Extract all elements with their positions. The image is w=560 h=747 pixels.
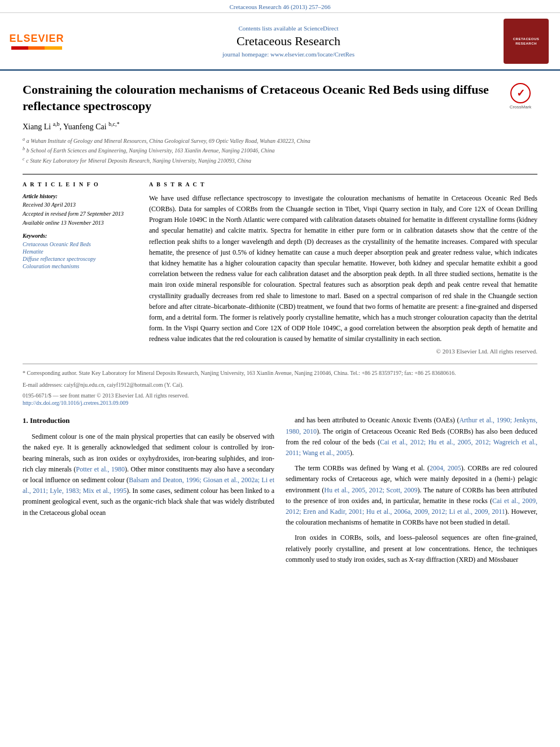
keyword-4: Colouration mechanisms <box>23 263 135 269</box>
ref-hu2005[interactable]: Hu et al., 2005, 2012; Scott, 2009 <box>324 486 417 494</box>
abstract-heading: A B S T R A C T <box>149 181 537 187</box>
doi-link[interactable]: http://dx.doi.org/10.1016/j.cretres.2013… <box>23 400 537 406</box>
journal-center-info: Contents lists available at ScienceDirec… <box>73 25 504 58</box>
affiliation-c: c c State Key Laboratory for Mineral Dep… <box>23 156 537 165</box>
affiliation-b: b b School of Earth Sciences and Enginee… <box>23 146 537 155</box>
journal-reference-bar: Cretaceous Research 46 (2013) 257–266 <box>0 0 560 13</box>
affiliations: a a Wuhan Institute of Geology and Miner… <box>23 136 537 165</box>
ref-potter[interactable]: Potter et al., 1980 <box>76 465 125 473</box>
ref-balsam[interactable]: Balsam and Deaton, 1996; Giosan et al., … <box>23 476 274 495</box>
author-names: Xiang Li a,b, Yuanfeng Cai b,c,* <box>23 123 120 131</box>
article-history: Article history: Received 30 April 2013 … <box>23 193 135 227</box>
issn-line: 0195-6671/$ — see front matter © 2013 El… <box>23 392 537 399</box>
crossmark-label: CrossMark <box>510 104 532 110</box>
article-info-abstract-section: A R T I C L E I N F O Article history: R… <box>23 174 537 355</box>
keyword-2: Hematite <box>23 248 135 255</box>
keywords-label: Keywords: <box>23 233 135 239</box>
authors: Xiang Li a,b, Yuanfeng Cai b,c,* <box>23 121 537 132</box>
introduction-title: Introduction <box>30 416 70 425</box>
footer-info: * Corresponding author. State Key Labora… <box>23 364 537 406</box>
article-history-label: Article history: <box>23 193 135 199</box>
ref-wang2004[interactable]: 2004, 2005 <box>430 464 461 472</box>
journal-reference: Cretaceous Research 46 (2013) 257–266 <box>229 3 330 10</box>
ref-cai2009[interactable]: Cai et al., 2009, 2012; Eren and Kadir, … <box>286 497 537 516</box>
accepted-date: Accepted in revised form 27 September 20… <box>23 210 135 218</box>
email-address: E-mail addresses: caiyf@nju.edu.cn, caiy… <box>23 381 537 389</box>
elsevier-logo: ELSEVIER <box>11 33 62 50</box>
copyright-line: © 2013 Elsevier Ltd. All rights reserved… <box>149 348 537 355</box>
journal-title: Cretaceous Research <box>73 34 504 49</box>
elsevier-wordmark: ELSEVIER <box>9 33 64 45</box>
affiliation-a: a a Wuhan Institute of Geology and Miner… <box>23 136 537 145</box>
corresponding-author: * Corresponding author. State Key Labora… <box>23 369 537 377</box>
intro-para-2: and has been attributed to Oceanic Anoxi… <box>286 415 537 458</box>
main-content: Constraining the colouration mechanisms … <box>0 71 560 581</box>
intro-para-4: Iron oxides in CORBs, soils, and loess–p… <box>286 532 537 565</box>
sciencedirect-line: Contents lists available at ScienceDirec… <box>73 25 504 32</box>
article-title: Constraining the colouration mechanisms … <box>23 82 537 114</box>
body-right-column: and has been attributed to Oceanic Anoxi… <box>286 415 537 569</box>
keyword-3: Diffuse reflectance spectroscopy <box>23 256 135 262</box>
keyword-1: Cretaceous Oceanic Red Beds <box>23 241 135 247</box>
crossmark-circle: ✓ <box>510 83 531 103</box>
journal-header: ELSEVIER Contents lists available at Sci… <box>0 13 560 71</box>
intro-para-3: The term CORBs was defined by Wang et al… <box>286 463 537 528</box>
sciencedirect-link[interactable]: ScienceDirect <box>304 25 339 32</box>
abstract-column: A B S T R A C T We have used diffuse ref… <box>149 181 537 355</box>
homepage-line: journal homepage: www.elsevier.com/locat… <box>73 51 504 58</box>
article-info-column: A R T I C L E I N F O Article history: R… <box>23 181 135 355</box>
ref-cai2012[interactable]: Cai et al., 2012; Hu et al., 2005, 2012;… <box>286 438 537 457</box>
body-content: 1. Introduction Sediment colour is one o… <box>23 415 537 569</box>
ref-arthur[interactable]: Arthur et al., 1990; Jenkyns, 1980, 2010 <box>286 416 537 435</box>
body-left-column: 1. Introduction Sediment colour is one o… <box>23 415 274 569</box>
intro-para-1: Sediment colour is one of the main physi… <box>23 431 274 518</box>
introduction-heading: 1. Introduction <box>23 415 274 427</box>
received-date: Received 30 April 2013 <box>23 201 135 209</box>
abstract-text: We have used diffuse reflectance spectro… <box>149 193 537 345</box>
elsevier-color-bar <box>11 46 62 50</box>
available-date: Available online 13 November 2013 <box>23 219 135 227</box>
cretaceous-journal-logo: CRETACEOUSRESEARCH <box>504 19 549 64</box>
crossmark-badge[interactable]: ✓ CrossMark <box>504 82 537 110</box>
keywords-section: Keywords: Cretaceous Oceanic Red Beds He… <box>23 233 135 269</box>
article-info-heading: A R T I C L E I N F O <box>23 181 135 187</box>
